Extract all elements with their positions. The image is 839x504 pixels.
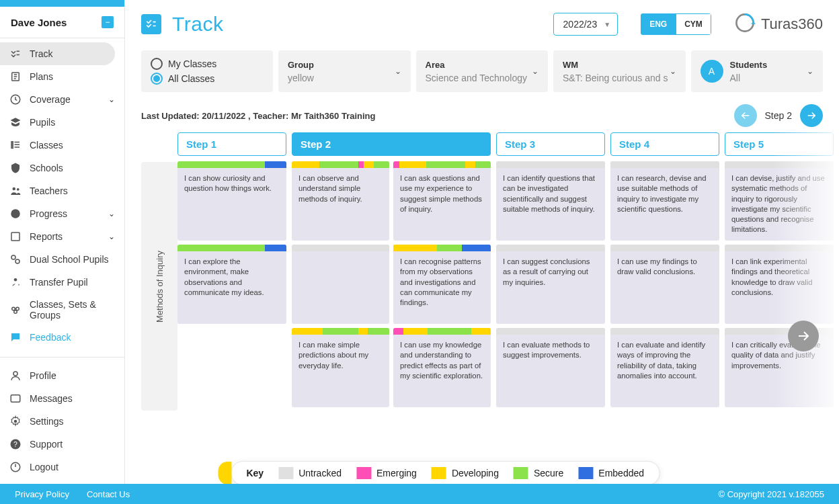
nav-divider [0,357,124,358]
nav-item-settings[interactable]: Settings [0,410,124,433]
cell-text: I can identify questions that can be inv… [496,168,605,220]
nav-label: Schools [30,163,63,173]
nav-item-teachers[interactable]: Teachers [0,179,124,202]
tracking-cell[interactable]: I can show curiosity and question how th… [177,161,286,241]
nav-label: Classes, Sets & Groups [30,299,115,321]
tracking-cell[interactable]: I can use my findings to draw valid conc… [610,245,719,324]
svg-rect-4 [11,146,13,148]
tracking-cell[interactable]: I can identify questions that can be inv… [496,161,605,241]
nav-item-progress[interactable]: Progress ⌄ [0,202,124,225]
progress-icon [9,208,22,220]
nav-item-transfer[interactable]: Transfer Pupil [0,271,124,294]
filter-wm[interactable]: WM S&T: Being curious and s ⌄ [553,50,686,92]
nav-item-csg[interactable]: Classes, Sets & Groups [0,294,124,326]
nav-label: Transfer Pupil [30,277,88,288]
legend-label: Embedded [598,468,644,478]
tracking-cell[interactable]: I can research, devise and use suitable … [610,161,719,241]
pupils-icon [9,116,22,128]
cell-text: I can show curiosity and question how th… [177,168,286,200]
svg-point-11 [14,278,17,282]
transfer-icon [9,276,22,288]
step-header[interactable]: Step 1 [177,132,286,156]
legend-item: Emerging [356,467,417,479]
svg-rect-8 [11,233,19,241]
nav-item-schools[interactable]: Schools [0,157,124,179]
step-column: Step 3I can identify questions that can … [496,132,605,484]
filter-value: S&T: Being curious and s [563,73,668,83]
filter-students[interactable]: A Students All ⌄ [691,50,824,92]
schools-icon [9,162,22,174]
tracking-cell[interactable]: I can link experimental findings and the… [725,245,834,324]
nav-item-classes[interactable]: Classes [0,134,124,157]
filter-bar: My Classes All Classes Group yellow ⌄ Ar [125,44,839,92]
step-header[interactable]: Step 5 [725,132,834,156]
chevron-down-icon: ▼ [604,20,610,28]
tracking-cell[interactable]: I can evaluate methods to suggest improv… [496,328,605,407]
tracking-cell[interactable] [292,245,389,324]
tracking-cell[interactable]: I can make simple predictions about my e… [292,328,389,407]
year-select[interactable]: 2022/23 ▼ [553,13,618,36]
filter-group[interactable]: Group yellow ⌄ [278,50,411,92]
nav-item-pupils[interactable]: Pupils [0,111,124,134]
step-column: Step 1I can show curiosity and question … [177,132,286,484]
cell-text: I can observe and understand simple meth… [292,168,389,210]
nav-item-track[interactable]: Track [0,42,115,65]
sidebar-user: Dave Jones − [0,7,124,38]
nav-item-profile[interactable]: Profile [0,364,124,387]
filter-value: All [730,73,768,83]
tracking-cell[interactable]: I can devise, justify and use systematic… [725,161,834,241]
cell-text [292,251,389,262]
svg-point-15 [13,372,17,376]
row-label: Methods of Inquiry [141,162,177,411]
tracking-cell[interactable]: I can use my knowledge and understanding… [393,328,491,407]
step-header[interactable]: Step 3 [496,132,605,156]
filter-area[interactable]: Area Science and Technology ⌄ [416,50,549,92]
nav-label: Profile [30,370,56,381]
teachers-icon [9,185,22,197]
step-header[interactable]: Step 4 [610,132,719,156]
nav-item-plans[interactable]: Plans [0,65,124,88]
step-nav-row: Last Updated: 20/11/2022 , Teacher: Mr T… [125,92,839,132]
legend-strip [218,462,231,484]
step-prev-button[interactable] [734,104,757,127]
nav-label: Teachers [30,185,68,196]
step-next-button[interactable] [800,104,823,127]
nav-item-messages[interactable]: Messages [0,387,124,410]
cell-text: I can use my knowledge and understanding… [393,335,491,386]
cell-text: I can make simple predictions about my e… [292,335,389,376]
nav-item-support[interactable]: ?Support [0,433,124,456]
radio-my-classes[interactable]: My Classes [151,58,216,70]
nav-item-reports[interactable]: Reports ⌄ [0,225,124,248]
chevron-down-icon: ⌄ [108,95,115,104]
sidebar-accent-bar [0,0,124,7]
grid-scroll-right-button[interactable] [788,321,819,351]
svg-point-10 [15,259,19,263]
step-header[interactable]: Step 2 [292,132,491,156]
tracking-cell[interactable]: I can evaluate and identify ways of impr… [610,328,719,407]
lang-cym-button[interactable]: CYM [676,13,711,35]
legend-item: Secure [514,467,563,479]
step-column: Step 4I can research, devise and use sui… [610,132,719,484]
tracking-cell[interactable]: I can recognise patterns from my observa… [393,245,491,324]
sidebar-collapse-button[interactable]: − [102,16,114,28]
tracking-cell[interactable]: I can explore the environment, make obse… [177,245,286,324]
tracking-cell[interactable]: I can observe and understand simple meth… [292,161,389,241]
tracking-cell[interactable]: I can suggest conclusions as a result of… [496,245,605,324]
radio-all-classes[interactable]: All Classes [151,73,216,85]
nav-label: Coverage [30,94,71,105]
row-label-text: Methods of Inquiry [155,251,165,323]
chevron-down-icon: ⌄ [108,232,115,241]
nav-item-feedback[interactable]: Feedback [0,326,124,349]
filter-label: Area [426,60,528,70]
nav-label: Plans [30,71,53,82]
nav-item-dual[interactable]: Dual School Pupils [0,248,124,271]
nav-label: Track [30,48,52,59]
cell-text: I can explore the environment, make obse… [177,251,286,303]
chevron-down-icon: ⌄ [108,209,115,218]
nav-item-coverage[interactable]: Coverage ⌄ [0,88,124,111]
svg-marker-22 [751,22,756,24]
nav-item-logout[interactable]: Logout [0,456,124,478]
lang-eng-button[interactable]: ENG [641,13,676,35]
reports-icon [9,230,22,243]
tracking-cell[interactable]: I can ask questions and use my experienc… [393,161,491,241]
